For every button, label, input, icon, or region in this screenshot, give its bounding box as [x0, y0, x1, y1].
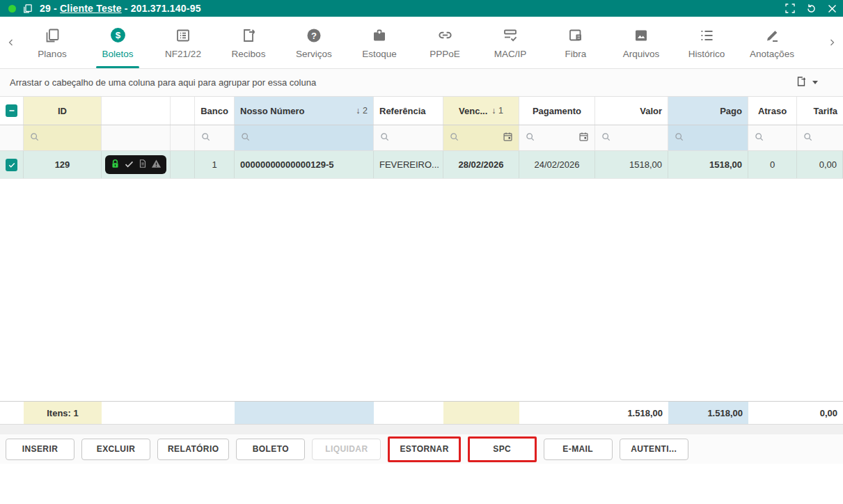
filter-vencimento[interactable] [443, 125, 519, 150]
filter-referencia[interactable] [374, 125, 443, 150]
summary-tarifa-total: 0,00 [797, 402, 843, 424]
tab-pppoe[interactable]: PPPoE [412, 17, 478, 68]
window-titlebar: 29 - Cliente Teste - 201.371.140-95 [0, 0, 843, 17]
filter-valor[interactable] [595, 125, 668, 150]
cell-referencia[interactable]: FEVEREIRO... [374, 151, 443, 178]
tab-label: Estoque [362, 49, 397, 59]
summary-valor-total: 1.518,00 [595, 402, 668, 424]
select-all-checkbox[interactable] [6, 104, 17, 117]
calendar-icon[interactable] [578, 132, 589, 144]
client-name-link[interactable]: Cliente Teste [60, 3, 122, 14]
tab-estoque[interactable]: Estoque [347, 17, 412, 68]
column-header-tarifa[interactable]: Tarifa [797, 97, 843, 125]
tab-anotacoes[interactable]: Anotações [739, 17, 805, 68]
filter-flags [102, 125, 171, 150]
sort-indicator: ↓ 2 [356, 106, 368, 116]
summary-pago-total: 1.518,00 [668, 402, 748, 424]
fullscreen-icon[interactable] [785, 3, 796, 14]
cell-flags[interactable] [102, 151, 171, 178]
column-header-pagamento[interactable]: Pagamento [519, 97, 595, 125]
filter-id[interactable] [24, 125, 102, 150]
tab-macip[interactable]: MAC/IP [478, 17, 543, 68]
column-header-referencia[interactable]: Referência [374, 97, 443, 125]
filter-tarifa[interactable] [797, 125, 843, 150]
summary-vencimento [443, 402, 519, 424]
relatorio-button[interactable]: RELATÓRIO [157, 439, 229, 460]
search-icon [29, 132, 40, 144]
table-row[interactable]: 129 1 00000000000000129-5 FEVEREIRO... 2… [0, 151, 843, 179]
cell-id[interactable]: 129 [24, 151, 102, 178]
column-header-valor[interactable]: Valor [595, 97, 668, 125]
sort-indicator: ↓ 1 [491, 106, 503, 116]
tab-servicos[interactable]: ? Serviços [281, 17, 347, 68]
search-icon [674, 132, 684, 144]
link-icon [436, 26, 454, 44]
tabs-scroll-right-icon[interactable] [824, 17, 840, 68]
column-header-atraso[interactable]: Atraso [748, 97, 797, 125]
summary-referencia [374, 402, 443, 424]
copy-pages-icon [44, 26, 61, 44]
tab-label: Planos [38, 49, 66, 59]
export-button[interactable] [795, 75, 833, 90]
window-title: 29 - Cliente Teste - 201.371.140-95 [40, 3, 201, 14]
column-label: Nosso Número [240, 106, 304, 116]
close-icon[interactable] [827, 3, 837, 14]
autenticar-button[interactable]: AUTENTI... [620, 439, 688, 460]
lock-icon [110, 159, 120, 171]
tab-recibos[interactable]: Recibos [216, 17, 281, 68]
title-suffix: - 201.371.140-95 [122, 3, 201, 14]
filter-spacer [171, 125, 195, 150]
refresh-icon[interactable] [805, 3, 817, 15]
cell-valor[interactable]: 1518,00 [595, 151, 668, 178]
select-all-header[interactable] [0, 97, 24, 125]
calendar-icon[interactable] [503, 132, 513, 144]
boleto-button[interactable]: BOLETO [236, 439, 305, 460]
excluir-button[interactable]: EXCLUIR [81, 439, 150, 460]
pencil-icon [764, 26, 780, 44]
image-icon [633, 26, 649, 44]
email-button[interactable]: E-MAIL [544, 439, 613, 460]
cell-banco[interactable]: 1 [195, 151, 235, 178]
tab-boletos[interactable]: $ Boletos [85, 17, 150, 68]
cell-atraso[interactable]: 0 [748, 151, 797, 178]
copy-icon[interactable] [22, 3, 33, 14]
tab-nf2122[interactable]: NF21/22 [150, 17, 216, 68]
flag-badge [105, 155, 166, 174]
device-check-icon [502, 26, 519, 44]
filter-select [0, 125, 24, 150]
cell-pago[interactable]: 1518,00 [668, 151, 748, 178]
tabs-scroll-left-icon[interactable] [3, 17, 19, 68]
tab-fibra[interactable]: Fibra [543, 17, 608, 68]
group-by-bar[interactable]: Arrastar o cabeçalho de uma coluna para … [0, 69, 843, 97]
dollar-circle-icon: $ [109, 26, 127, 44]
invoice-list-icon [175, 26, 191, 44]
tab-strip: Planos $ Boletos NF21/22 Recibos ? [0, 17, 843, 69]
spc-button[interactable]: SPC [468, 436, 537, 462]
tab-planos[interactable]: Planos [19, 17, 85, 68]
tab-historico[interactable]: Histórico [674, 17, 739, 68]
row-checkbox[interactable] [6, 159, 17, 171]
grid-filter-row [0, 125, 843, 151]
inserir-button[interactable]: INSERIR [6, 439, 74, 460]
tab-label: NF21/22 [165, 49, 201, 59]
cell-vencimento[interactable]: 28/02/2026 [443, 151, 519, 178]
tab-arquivos[interactable]: Arquivos [608, 17, 674, 68]
filter-nosso-numero[interactable] [235, 125, 374, 150]
column-header-id[interactable]: ID [24, 97, 102, 125]
filter-pagamento[interactable] [519, 125, 595, 150]
filter-pago[interactable] [668, 125, 748, 150]
cell-tarifa[interactable]: 0,00 [797, 151, 843, 178]
tab-label: Histórico [688, 49, 725, 59]
column-header-flags[interactable] [102, 97, 171, 125]
column-header-pago[interactable]: Pago [668, 97, 748, 125]
filter-banco[interactable] [195, 125, 235, 150]
cell-nosso-numero[interactable]: 00000000000000129-5 [235, 151, 374, 178]
estornar-button[interactable]: ESTORNAR [388, 436, 460, 462]
row-select-cell[interactable] [0, 151, 24, 178]
column-header-banco[interactable]: Banco [195, 97, 235, 125]
column-header-nosso-numero[interactable]: Nosso Número ↓ 2 [235, 97, 374, 125]
filter-atraso[interactable] [748, 125, 797, 150]
cell-pagamento[interactable]: 24/02/2026 [519, 151, 595, 178]
tab-label: Fibra [565, 49, 587, 59]
column-header-vencimento[interactable]: Venc... ↓ 1 [443, 97, 519, 125]
